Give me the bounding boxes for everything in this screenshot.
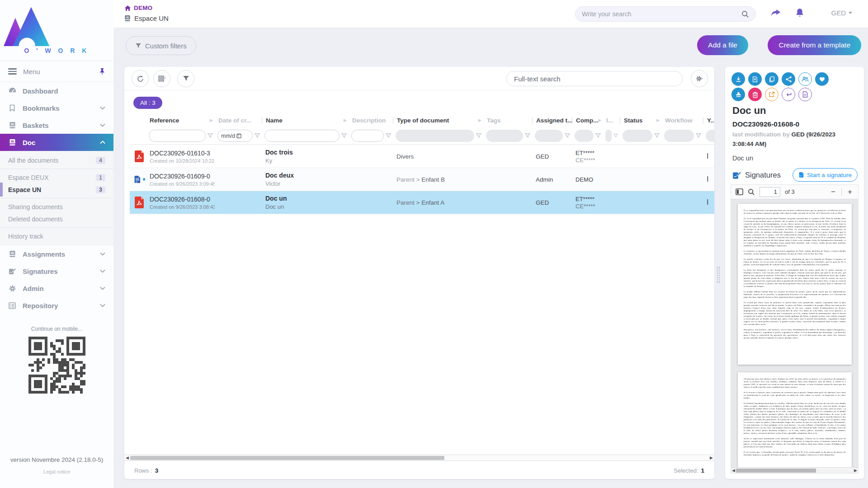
share-forward-icon[interactable]: [770, 7, 782, 18]
create-from-template-button[interactable]: Create from a template: [768, 35, 861, 55]
global-search-input[interactable]: [582, 10, 741, 18]
sort-arrow-icon[interactable]: ▶: [344, 118, 349, 122]
sidebar-item-assignments[interactable]: Assignments: [0, 245, 113, 263]
sort-arrow-icon[interactable]: ▶: [210, 118, 215, 122]
scrollbar-thumb[interactable]: [130, 456, 444, 460]
sidebar-item-espace-un[interactable]: Espace UN 3: [0, 183, 113, 196]
notifications-bell-icon[interactable]: [794, 7, 805, 19]
scroll-right-arrow[interactable]: ▶: [854, 469, 858, 473]
menu-toggle[interactable]: Menu: [0, 61, 113, 82]
filter-button[interactable]: [177, 70, 194, 87]
sidebar-item-baskets[interactable]: Baskets: [0, 117, 113, 134]
breadcrumb-page[interactable]: Espace UN: [124, 14, 169, 22]
sidebar-item-all-documents[interactable]: All the documents 4: [0, 154, 113, 166]
document-properties-button[interactable]: [798, 88, 812, 101]
col-header-reference[interactable]: Reference▶: [146, 117, 215, 124]
filter-icon[interactable]: [613, 133, 618, 138]
col-header-name[interactable]: Name▶: [262, 117, 349, 124]
filter-icon[interactable]: [654, 133, 660, 138]
col-header-i[interactable]: I...: [603, 117, 620, 124]
return-button[interactable]: [782, 88, 795, 101]
custom-filters-button[interactable]: Custom filters: [126, 36, 196, 55]
col-header-description[interactable]: Description: [349, 117, 393, 124]
fulltext-search-input[interactable]: [514, 75, 675, 83]
filter-icon[interactable]: [595, 133, 601, 138]
sidebar-item-dashboard[interactable]: Dashboard: [0, 82, 113, 99]
zoom-in-button[interactable]: +: [846, 188, 854, 197]
sort-arrow-icon[interactable]: ▶: [478, 118, 483, 122]
scroll-left-arrow[interactable]: ◀: [125, 456, 129, 460]
col-header-date[interactable]: Date of cr...: [215, 117, 262, 124]
filter-icon[interactable]: [525, 133, 530, 138]
global-search[interactable]: [575, 6, 756, 22]
sidebar-item-repository[interactable]: Repository: [0, 297, 113, 314]
sidebar-item-doc[interactable]: Doc: [0, 134, 113, 151]
breadcrumb-root[interactable]: DEMO: [124, 5, 169, 11]
table-footer: Rows :3 Selected:1: [124, 462, 714, 479]
filter-icon[interactable]: [255, 133, 260, 138]
filter-description-input[interactable]: [351, 130, 384, 142]
user-menu[interactable]: GED: [831, 9, 852, 17]
horizontal-scrollbar[interactable]: ◀ ▶: [124, 455, 714, 461]
search-icon[interactable]: [741, 10, 749, 18]
col-header-assigned[interactable]: Assigned t...: [532, 117, 572, 124]
col-header-y[interactable]: Y...: [703, 117, 714, 124]
upload-version-button[interactable]: [748, 72, 762, 86]
add-file-button[interactable]: Add a file: [697, 35, 748, 55]
open-external-button[interactable]: [765, 88, 778, 101]
sidebar-item-espace-deux[interactable]: Espace DEUX 1: [0, 171, 113, 183]
col-header-tags[interactable]: Tags: [483, 117, 532, 124]
sort-arrow-icon[interactable]: ▶: [656, 118, 661, 122]
table-row[interactable]: w DOC230926-01609-0Created on 9/26/2023 …: [130, 168, 714, 191]
filter-icon[interactable]: [476, 133, 481, 138]
table-settings-button[interactable]: [691, 70, 708, 87]
delete-trash-button[interactable]: [748, 88, 762, 101]
legal-notice-link[interactable]: Legal notice: [0, 469, 113, 474]
assign-users-button[interactable]: [798, 72, 812, 86]
start-signature-button[interactable]: Start a signature: [793, 168, 858, 182]
sidebar-item-history-track[interactable]: History track: [0, 230, 113, 242]
pdf-pages[interactable]: Il y a aujourd'hui trois cent quarante-h…: [731, 199, 858, 467]
table-row-selected[interactable]: DOC230926-01608-0Created on 9/26/2023 3:…: [130, 191, 714, 214]
page-count-label: of 3: [785, 188, 795, 195]
share-button[interactable]: [782, 72, 795, 86]
filter-date-input[interactable]: mm/d: [217, 130, 253, 142]
download-button[interactable]: [731, 72, 745, 86]
sidebar-item-bookmarks[interactable]: Bookmarks: [0, 99, 113, 117]
stamp-button[interactable]: [731, 88, 745, 101]
col-header-status[interactable]: Status▶: [620, 117, 661, 124]
col-header-workflow[interactable]: Workflow: [661, 117, 703, 124]
sidebar-item-deleted-documents[interactable]: Deleted documents: [0, 213, 113, 225]
page-number-input[interactable]: [760, 187, 780, 197]
filter-name-input[interactable]: [264, 130, 340, 142]
sidebar-item-sharing-documents[interactable]: Sharing documents: [0, 201, 113, 213]
zoom-out-button[interactable]: −: [830, 188, 837, 197]
filter-icon[interactable]: [341, 133, 347, 138]
pdf-horizontal-scrollbar[interactable]: ◀ ▶: [731, 467, 858, 473]
scrollbar-thumb[interactable]: [736, 469, 816, 473]
sidebar-item-signatures[interactable]: Signatures: [0, 263, 113, 280]
fulltext-search[interactable]: [506, 71, 683, 86]
copy-button[interactable]: [765, 72, 778, 86]
filter-reference-input[interactable]: [149, 130, 206, 142]
filter-icon[interactable]: [208, 133, 213, 138]
columns-button[interactable]: [153, 70, 170, 87]
tab-all-documents[interactable]: All : 3: [133, 97, 162, 109]
col-header-type[interactable]: Type of document▶: [393, 117, 483, 124]
sort-arrow-icon[interactable]: ▶: [599, 118, 603, 122]
viewer-search-icon[interactable]: [748, 188, 755, 196]
scroll-right-arrow[interactable]: ▶: [709, 456, 713, 460]
filter-icon[interactable]: [696, 133, 701, 138]
sidebar-item-admin[interactable]: Admin: [0, 280, 113, 297]
col-header-company[interactable]: Comp...▶: [572, 117, 603, 124]
panel-resize-handle[interactable]: [717, 267, 720, 283]
pin-icon[interactable]: [99, 68, 105, 75]
filter-icon[interactable]: [386, 133, 391, 138]
favorite-heart-button[interactable]: [815, 72, 829, 86]
sidebar-toggle-icon[interactable]: [736, 188, 743, 195]
filter-icon[interactable]: [565, 133, 570, 138]
refresh-button[interactable]: [132, 70, 149, 87]
home-icon: [124, 5, 131, 11]
table-row[interactable]: DOC230926-01610-3Created on 10/28/2024 1…: [130, 145, 714, 168]
scroll-left-arrow[interactable]: ◀: [731, 469, 736, 473]
